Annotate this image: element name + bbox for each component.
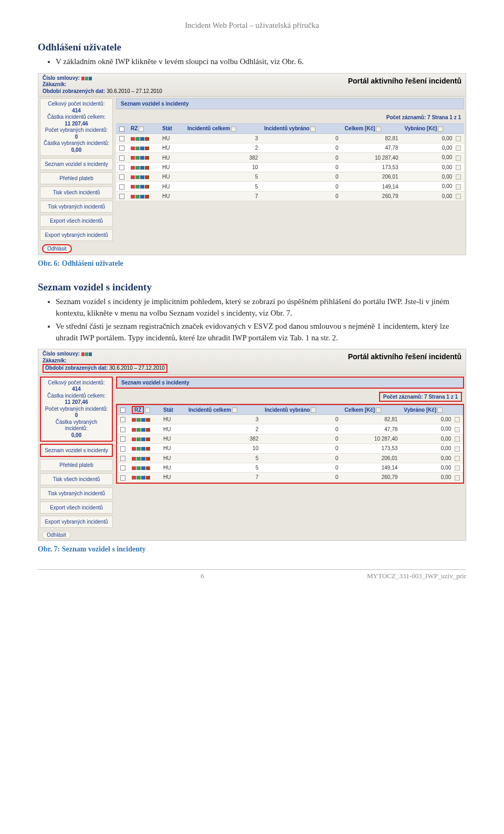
table-row[interactable]: HU50206,010,00 xyxy=(117,453,463,463)
sidebar-item-printall[interactable]: Tisk všech incidentů xyxy=(40,473,113,485)
cell-c1: 10 xyxy=(184,162,261,172)
col-c4[interactable]: Vybráno [Kč] xyxy=(404,126,437,131)
cell-rz xyxy=(128,191,159,201)
row-action-icon[interactable] xyxy=(455,427,460,432)
row-action-icon[interactable] xyxy=(455,475,460,481)
sidebar-item-exportsel[interactable]: Export vybraných incidentů xyxy=(40,516,113,528)
col-c3[interactable]: Celkem [Kč] xyxy=(344,407,375,413)
cell-stat: HU xyxy=(160,415,185,424)
row-action-icon[interactable] xyxy=(456,136,461,141)
row-checkbox[interactable] xyxy=(120,436,125,442)
sidebar-item-printsel[interactable]: Tisk vybraných incidentů xyxy=(40,201,113,213)
cell-c3: 173,53 xyxy=(341,444,401,453)
table-row[interactable]: HU70260,790,00 xyxy=(117,473,463,482)
select-all-checkbox[interactable] xyxy=(119,127,124,132)
col-c1[interactable]: Incidentů celkem xyxy=(187,126,230,131)
row-action-icon[interactable] xyxy=(456,165,461,170)
col-c3[interactable]: Celkem [Kč] xyxy=(345,126,375,131)
table-row[interactable]: HU382010 287,400,00 xyxy=(116,153,464,162)
doc-header: Incident Web Portal – uživatelská příruč… xyxy=(38,21,466,30)
cell-c4: 0,00 xyxy=(401,424,463,434)
sidebar-item-printall[interactable]: Tisk všech incidentů xyxy=(40,186,113,199)
cell-stat: HU xyxy=(160,424,185,434)
row-action-icon[interactable] xyxy=(456,155,461,161)
table-row[interactable]: HU3082,810,00 xyxy=(117,415,463,424)
row-action-icon[interactable] xyxy=(455,446,460,452)
caption-obr6: Obr. 6: Odhlášení uživatele xyxy=(38,259,466,268)
row-checkbox[interactable] xyxy=(120,465,125,471)
table-row[interactable]: HU50149,140,00 xyxy=(116,182,464,191)
table-row[interactable]: HU2047,780,00 xyxy=(116,143,464,152)
col-stat[interactable]: Stát xyxy=(163,407,173,413)
col-rz[interactable]: RZ xyxy=(131,126,138,131)
table-row[interactable]: HU50149,140,00 xyxy=(117,463,463,472)
row-action-icon[interactable] xyxy=(456,145,461,151)
row-action-icon[interactable] xyxy=(455,456,460,461)
cell-stat: HU xyxy=(160,444,185,453)
vehicles-table: RZ Stát Incidentů celkem Incidentů vybrá… xyxy=(117,405,463,483)
sidebar-item-exportsel[interactable]: Export vybraných incidentů xyxy=(40,229,113,241)
row-checkbox[interactable] xyxy=(120,446,125,452)
row-checkbox[interactable] xyxy=(119,136,124,141)
table-row[interactable]: HU100173,530,00 xyxy=(116,162,464,172)
row-checkbox[interactable] xyxy=(120,475,125,481)
row-checkbox[interactable] xyxy=(119,145,124,151)
row-action-icon[interactable] xyxy=(455,436,460,442)
cell-c2: 0 xyxy=(261,453,341,463)
row-action-icon[interactable] xyxy=(456,184,461,190)
sort-icon[interactable] xyxy=(438,127,443,132)
table-row[interactable]: HU2047,780,00 xyxy=(117,424,463,434)
row-checkbox[interactable] xyxy=(120,427,125,432)
col-c2[interactable]: Incidentů vybráno xyxy=(264,126,309,131)
cell-c3: 82,81 xyxy=(342,133,402,143)
col-c4[interactable]: Vybráno [Kč] xyxy=(404,407,436,413)
sidebar-item-exportall[interactable]: Export všech incidentů xyxy=(40,215,113,227)
select-all-checkbox[interactable] xyxy=(120,408,125,413)
sort-icon[interactable] xyxy=(376,127,381,132)
sort-icon[interactable] xyxy=(145,408,150,413)
sort-icon[interactable] xyxy=(311,408,316,413)
col-rz[interactable]: RZ xyxy=(132,406,144,414)
sidebar-item-exportall[interactable]: Export všech incidentů xyxy=(40,502,113,514)
table-row[interactable]: HU100173,530,00 xyxy=(117,444,463,453)
footer-code: MYTOCZ_331-003_IWP_uziv_prir xyxy=(367,572,466,580)
row-action-icon[interactable] xyxy=(456,194,461,199)
sort-icon[interactable] xyxy=(437,408,443,413)
table-row[interactable]: HU70260,790,00 xyxy=(116,191,464,201)
cell-c2: 0 xyxy=(261,473,341,482)
col-c1[interactable]: Incidentů celkem xyxy=(188,407,231,413)
sort-icon[interactable] xyxy=(231,127,236,132)
row-checkbox[interactable] xyxy=(120,417,125,422)
row-checkbox[interactable] xyxy=(119,165,124,170)
sidebar-item-vehicles[interactable]: Seznam vozidel s incidenty xyxy=(40,444,113,457)
row-checkbox[interactable] xyxy=(119,194,124,199)
row-checkbox[interactable] xyxy=(119,184,124,190)
sidebar-item-vehicles[interactable]: Seznam vozidel s incidenty xyxy=(40,158,113,170)
row-action-icon[interactable] xyxy=(455,417,460,422)
sum-l3: Počet vybraných incidentů: xyxy=(44,406,109,413)
cell-c1: 3 xyxy=(185,415,261,424)
sidebar-logout[interactable]: Odhlásit xyxy=(42,244,72,253)
cell-c3: 260,79 xyxy=(342,191,402,201)
row-checkbox[interactable] xyxy=(119,155,124,161)
table-row[interactable]: HU50206,010,00 xyxy=(116,172,464,182)
row-action-icon[interactable] xyxy=(455,465,460,471)
table-row[interactable]: HU382010 287,400,00 xyxy=(117,434,463,443)
table-row[interactable]: HU3082,810,00 xyxy=(116,133,464,143)
row-action-icon[interactable] xyxy=(456,174,461,180)
sort-icon[interactable] xyxy=(139,127,144,132)
col-stat[interactable]: Stát xyxy=(162,126,172,131)
col-c2[interactable]: Incidentů vybráno xyxy=(265,407,310,413)
sort-icon[interactable] xyxy=(232,408,237,413)
sort-icon[interactable] xyxy=(310,127,316,132)
cell-c4: 0,00 xyxy=(401,133,464,143)
row-checkbox[interactable] xyxy=(119,174,124,180)
section1-heading: Odhlášení uživatele xyxy=(38,41,466,53)
row-checkbox[interactable] xyxy=(120,456,125,461)
sort-icon[interactable] xyxy=(376,408,381,413)
sidebar-item-printsel[interactable]: Tisk vybraných incidentů xyxy=(40,487,113,499)
sidebar-logout[interactable]: Odhlásit xyxy=(42,531,71,539)
sidebar-item-payments[interactable]: Přehled plateb xyxy=(40,172,113,184)
sidebar-item-payments[interactable]: Přehled plateb xyxy=(40,459,113,471)
cell-stat: HU xyxy=(159,191,184,201)
